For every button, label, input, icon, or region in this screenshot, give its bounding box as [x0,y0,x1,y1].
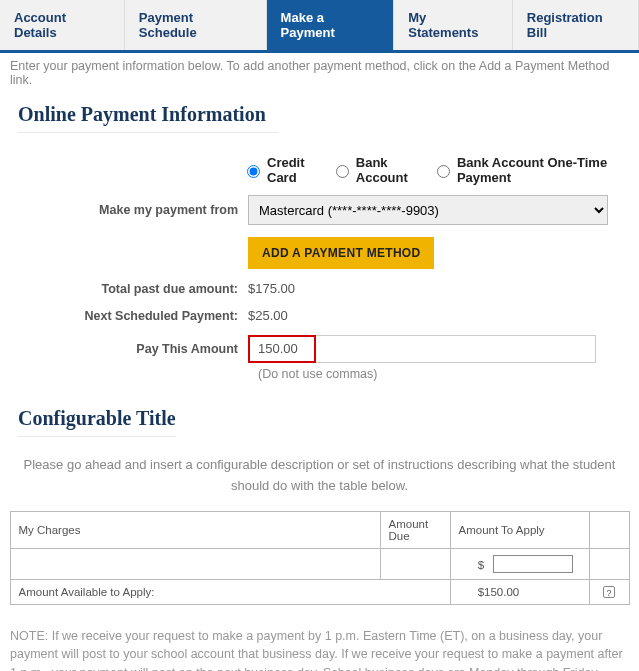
cell-help: ? [589,579,629,604]
pay-amount-input-wrap: 150.00 [248,335,621,363]
section-title-configurable: Configurable Title [18,407,176,437]
configurable-description: Please go ahead and insert a configurabl… [0,445,639,503]
tab-make-a-payment[interactable]: Make a Payment [267,0,395,50]
online-payment-section: Online Payment Information Credit Card B… [0,89,639,385]
th-amount-to-apply: Amount To Apply [450,511,589,548]
th-amount-due: Amount Due [380,511,450,548]
table-row: $ [10,548,629,579]
th-actions [589,511,629,548]
label-make-payment-from: Make my payment from [18,203,248,217]
value-next-scheduled: $25.00 [248,308,621,323]
value-total-past-due: $175.00 [248,281,621,296]
help-icon[interactable]: ? [603,586,615,598]
radio-bank-account-label: Bank Account [356,155,422,185]
th-my-charges: My Charges [10,511,380,548]
add-payment-method-button[interactable]: ADD A PAYMENT METHOD [248,237,434,269]
table-footer-row: Amount Available to Apply: $150.00 ? [10,579,629,604]
table-header-row: My Charges Amount Due Amount To Apply [10,511,629,548]
radio-bank-onetime-label: Bank Account One-Time Payment [457,155,615,185]
configurable-section: Configurable Title [0,385,639,445]
tab-registration-bill[interactable]: Registration Bill [513,0,639,50]
tab-account-details[interactable]: Account Details [0,0,125,50]
posting-note: NOTE: If we receive your request to make… [0,605,639,671]
radio-bank-onetime[interactable] [437,165,450,178]
radio-bank-account[interactable] [336,165,349,178]
payment-type-radios: Credit Card Bank Account Bank Account On… [242,155,621,185]
section-title-online-payment: Online Payment Information [18,103,278,133]
tab-bar: Account Details Payment Schedule Make a … [0,0,639,53]
radio-credit-card-label: Credit Card [267,155,321,185]
label-next-scheduled: Next Scheduled Payment: [18,309,248,323]
cell-amount-to-apply: $ [450,548,589,579]
tab-payment-schedule[interactable]: Payment Schedule [125,0,267,50]
cell-amount-due [380,548,450,579]
amount-to-apply-input[interactable] [493,555,573,573]
intro-text: Enter your payment information below. To… [0,53,639,89]
label-amount-available: Amount Available to Apply: [10,579,450,604]
payment-method-select[interactable]: Mastercard (****-****-****-9903) [248,195,608,225]
value-amount-available: $150.00 [450,579,589,604]
label-pay-this-amount: Pay This Amount [18,342,248,356]
pay-amount-input-extension[interactable] [316,335,596,363]
tab-my-statements[interactable]: My Statements [394,0,512,50]
cell-charge-name [10,548,380,579]
label-total-past-due: Total past due amount: [18,282,248,296]
radio-credit-card[interactable] [247,165,260,178]
pay-amount-value[interactable]: 150.00 [248,335,316,363]
charges-table: My Charges Amount Due Amount To Apply $ … [10,511,630,605]
pay-amount-hint: (Do not use commas) [258,367,621,381]
cell-row-action [589,548,629,579]
currency-symbol: $ [478,558,484,570]
